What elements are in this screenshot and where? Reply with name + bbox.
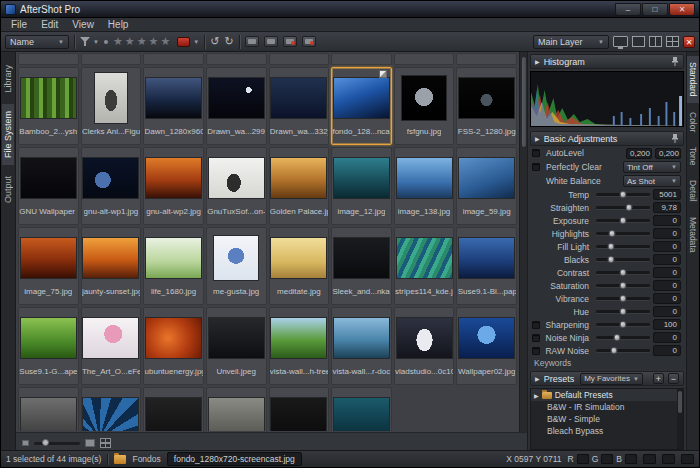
large-thumbnails-icon[interactable]	[85, 439, 95, 447]
grid-view-icon[interactable]	[100, 438, 111, 448]
sidebar-tab-file-system[interactable]: File System	[2, 104, 14, 165]
star-icon[interactable]: ★	[137, 35, 149, 47]
thumbnail-image[interactable]	[333, 149, 390, 206]
value-sharpening[interactable]: 100	[653, 319, 681, 330]
slider-knob[interactable]	[607, 256, 614, 263]
thumbnail-image[interactable]	[333, 69, 390, 126]
thumbnail-image[interactable]	[333, 309, 390, 366]
thumbnail-image[interactable]	[458, 309, 515, 366]
thumbnail-image[interactable]	[396, 309, 453, 366]
color-label-swatch[interactable]	[177, 37, 190, 47]
star-icon[interactable]: ★	[125, 35, 137, 47]
value-vibrance[interactable]: 0	[653, 293, 681, 304]
thumbnail-image[interactable]	[208, 229, 265, 286]
thumbnail-image[interactable]	[208, 149, 265, 206]
thumbnail-image[interactable]	[458, 229, 515, 286]
value-contrast[interactable]: 0	[653, 267, 681, 278]
slider-knob[interactable]	[42, 439, 49, 446]
panel-tab-metadata[interactable]: Metadata	[687, 211, 699, 258]
browser-scrollbar[interactable]	[519, 52, 527, 432]
thumbnail-image[interactable]	[208, 389, 265, 431]
expand-arrow-icon[interactable]: ▶	[535, 58, 540, 65]
slider-saturation[interactable]	[596, 280, 650, 291]
thumbnail-cell[interactable]: The_Art_O...eFear.jpg	[81, 307, 142, 385]
expand-arrow-icon[interactable]: ▶	[534, 392, 539, 399]
sidebar-tab-output[interactable]: Output	[2, 169, 14, 210]
color-chevron-icon[interactable]: ▼	[193, 39, 199, 45]
star-icon[interactable]: ★	[113, 35, 125, 47]
thumbnail-cell[interactable]: Drawn_wa...332_.jpg	[269, 67, 330, 145]
menu-item-view[interactable]: View	[65, 18, 101, 31]
camera-icon[interactable]	[302, 36, 316, 47]
slider-knob[interactable]	[620, 217, 627, 224]
panel-tab-tone[interactable]: Tone	[687, 141, 699, 171]
thumbnail-image[interactable]	[396, 229, 453, 286]
filter-icon[interactable]	[80, 37, 90, 46]
pin-icon[interactable]	[671, 134, 679, 143]
remove-preset-button[interactable]: −	[668, 373, 679, 384]
value-fill-light[interactable]: 0	[653, 241, 681, 252]
presets-scrollbar[interactable]	[677, 389, 683, 449]
thumbnail-image[interactable]	[83, 149, 140, 206]
perfectly-clear-checkbox[interactable]	[532, 163, 540, 171]
add-preset-button[interactable]: +	[653, 373, 664, 384]
thumbnail-cell[interactable]: vladstudio...0c1024.jpg	[394, 307, 455, 385]
small-thumbnails-icon[interactable]	[22, 440, 29, 446]
thumbnail-cell[interactable]: life_1680.jpg	[143, 227, 204, 305]
value-saturation[interactable]: 0	[653, 280, 681, 291]
thumbnail-image[interactable]	[20, 69, 77, 126]
scrollbar-thumb[interactable]	[521, 56, 527, 148]
thumbnail-image[interactable]	[20, 229, 77, 286]
thumbnail-cell-partial[interactable]	[331, 387, 392, 431]
slider-exposure[interactable]	[596, 215, 650, 226]
maximize-button[interactable]: □	[642, 3, 668, 16]
preview-image-icon[interactable]	[245, 36, 259, 47]
no-rating-icon[interactable]	[104, 40, 108, 44]
slider-contrast[interactable]	[596, 267, 650, 278]
thumbnail-cell[interactable]: vista-wall...h-tree.jpg	[269, 307, 330, 385]
slider-noise-ninja[interactable]	[596, 332, 650, 343]
presets-header[interactable]: ▶ Presets My Favorites ▼ + −	[530, 371, 684, 386]
thumbnail-cell-partial[interactable]	[143, 387, 204, 431]
autolevel-checkbox[interactable]	[532, 149, 540, 157]
thumbnail-image[interactable]	[83, 69, 140, 126]
value-hue[interactable]: 0	[653, 306, 681, 317]
thumbnail-cell[interactable]: FSS-2_1280.jpg	[456, 67, 517, 145]
thumbnail-cell[interactable]: Drawn_wa...299_.jpg	[206, 67, 267, 145]
thumbnail-cell[interactable]: Bamboo_2...ysha.jpg	[18, 67, 79, 145]
screen-capture-icon[interactable]	[283, 36, 297, 47]
thumbnail-cell[interactable]: Dawn_1280x960.jpg	[143, 67, 204, 145]
favorites-dropdown[interactable]: My Favorites ▼	[580, 373, 643, 385]
slider-knob[interactable]	[620, 295, 627, 302]
current-folder[interactable]: Fondos	[132, 454, 160, 464]
preset-item-bleach-bypass[interactable]: Bleach Bypass	[531, 425, 683, 437]
close-button[interactable]: ✕	[669, 3, 695, 16]
thumbnail-image[interactable]	[145, 389, 202, 431]
thumbnail-image[interactable]	[271, 229, 328, 286]
thumbnail-cell-partial[interactable]	[206, 387, 267, 431]
slider-knob[interactable]	[620, 282, 627, 289]
thumbnail-cell[interactable]: GNU Wallpaper 2.jpg	[18, 147, 79, 225]
autolevel-value-2[interactable]: 0,200	[655, 148, 681, 159]
thumbnail-image[interactable]	[208, 69, 265, 126]
thumbnail-cell[interactable]: Suse9.1-Bl...papers.jpg	[456, 227, 517, 305]
slider-knob[interactable]	[625, 204, 632, 211]
thumbnail-cell-selected[interactable]: fondo_128...ncast.jpg	[331, 67, 392, 145]
thumbnail-image[interactable]	[271, 309, 328, 366]
scrollbar-thumb[interactable]	[678, 391, 682, 413]
basic-adjustments-header[interactable]: ▶ Basic Adjustments	[530, 131, 684, 146]
panel-tab-standard[interactable]: Standard	[687, 56, 699, 103]
layer-dropdown[interactable]: Main Layer ▼	[533, 35, 609, 49]
value-straighten[interactable]: 9,78	[653, 202, 681, 213]
menu-item-edit[interactable]: Edit	[34, 18, 65, 31]
thumbnail-image[interactable]	[271, 149, 328, 206]
checkbox-noise-ninja[interactable]	[532, 334, 540, 342]
thumbnail-size-slider[interactable]	[34, 438, 80, 448]
value-highlights[interactable]: 0	[653, 228, 681, 239]
thumbnail-image[interactable]	[208, 309, 265, 366]
minimize-button[interactable]: –	[615, 3, 641, 16]
star-icon[interactable]: ★	[160, 35, 172, 47]
expand-arrow-icon[interactable]: ▶	[535, 375, 540, 382]
checkbox-raw-noise[interactable]	[532, 347, 540, 355]
tint-dropdown[interactable]: Tint Off ▼	[623, 161, 681, 173]
